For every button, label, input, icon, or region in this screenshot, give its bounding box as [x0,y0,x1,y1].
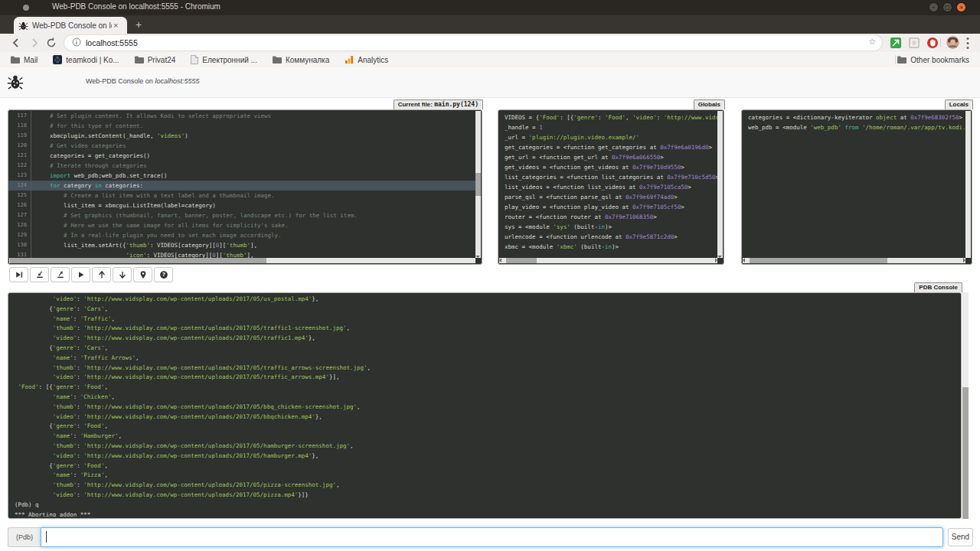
bookmark-star-icon[interactable]: ☆ [868,37,876,47]
console-line: {'genre': 'Cars', [15,305,959,315]
globals-line: get_videos = <function get_videos at 0x7… [505,162,717,172]
bookmark-mail[interactable]: Mail [11,56,38,64]
window-controls: − ▢ × [929,2,966,12]
code-vertical-scrollbar[interactable] [475,111,481,258]
console-line: (Pdb) q [15,500,959,510]
code-line: 122 # Iterate through categories [8,161,475,171]
close-button[interactable]: × [956,2,966,12]
console-line: *** Aborting addon *** [15,510,959,517]
minimize-button[interactable]: − [929,2,939,12]
console-line: 'name': 'Chicken', [15,393,959,403]
console-line: 'video': 'http://www.vidsplay.com/wp-con… [15,334,959,344]
code-line: 130 list_item.setArt({'thumb': VIDEOS[ca… [8,240,475,250]
code-horizontal-scrollbar[interactable] [9,258,475,263]
code-line: 119 xbmcplugin.setContent(_handle, 'vide… [8,131,475,141]
console-scrollbar[interactable] [962,292,969,519]
pdb-console-label: PDB Console [914,282,962,292]
pdb-prompt-bar: (Pdb) [8,527,943,547]
console-line: 'video': 'http://www.vidsplay.com/wp-con… [15,412,959,422]
screenshot-extension-icon[interactable] [908,37,920,49]
locals-view: categories = <dictionary-keyiterator obj… [742,112,965,258]
tab-close-icon[interactable]: × [113,21,118,29]
console-line: 'Food': [{'genre': 'Food', [15,383,959,393]
console-line: 'name': 'Traffic', [15,315,959,324]
globals-line: VIDEOS = {'Food': [{'genre': 'Food', 'vi… [505,112,717,122]
svg-text:?: ? [162,272,165,278]
bookmark-privat24[interactable]: Privat24 [135,56,176,64]
globals-horizontal-scrollbar[interactable] [499,258,717,263]
debug-continue-button[interactable] [71,267,90,282]
maximize-button[interactable]: ▢ [942,2,952,12]
send-button[interactable]: Send [948,528,973,546]
debug-step-into-button[interactable] [30,267,49,282]
globals-line: _handle = 1 [505,122,717,132]
console-line: {'genre': 'Food', [15,461,959,471]
document-icon [191,55,198,64]
code-line: 118 # for this type of content. [8,121,475,131]
debug-step-out-button[interactable] [51,267,70,282]
bookmark-kommunalka[interactable]: Коммуналка [273,56,329,64]
tab-strip: Web-PDB Console on loca × + [0,15,980,34]
debug-next-button[interactable] [9,267,28,282]
console-line: 'name': 'Hamburger', [15,432,959,442]
bookmark-teamkodi[interactable]: teamkodi | Ko... [53,55,119,64]
browser-tab[interactable]: Web-PDB Console on loca × [14,17,127,34]
green-arrow-extension-icon[interactable] [890,37,902,49]
pdb-input-wrap [41,527,943,547]
console-line: 'video': 'http://www.vidsplay.com/wp-con… [15,491,959,500]
new-tab-button[interactable]: + [132,18,145,32]
bookmark-electronic[interactable]: Електронний ... [191,55,257,64]
window-icon [23,5,29,11]
arrow-down-icon [118,270,127,279]
code-line: 129 # In a real-life plugin you need to … [8,230,475,240]
profile-avatar[interactable] [946,36,959,49]
globals-panel: VIDEOS = {'Food': [{'genre': 'Food', 'vi… [498,109,724,265]
reload-button[interactable] [44,36,58,50]
pdb-command-input[interactable] [41,527,943,547]
step-into-icon [35,270,44,279]
page-title: Web-PDB Console on localhost:5555 [86,77,199,85]
back-button[interactable] [9,36,23,50]
url-text: localhost:5555 [86,38,138,47]
code-line: 121 categories = get_categories() [8,151,475,161]
debug-down-button[interactable] [113,267,132,282]
arrow-up-icon [97,270,106,279]
console-line: 'thumb': 'http://www.vidsplay.com/wp-con… [15,442,959,452]
text-caret [46,531,47,543]
locals-line: categories = <dictionary-keyiterator obj… [748,112,965,122]
console-line: 'thumb': 'http://www.vidsplay.com/wp-con… [15,324,959,334]
current-file-label: Current file: main.py(124) [394,99,483,109]
globals-line: _url = 'plugin://plugin.video.example/' [505,132,717,142]
code-line: 125 # Create a list item with a text lab… [8,191,475,201]
debug-up-button[interactable] [92,267,111,282]
page-info-icon[interactable] [72,37,81,47]
console-line: 'name': 'Traffic Arrows', [15,354,959,364]
debugger-toolbar: ? [9,267,173,282]
globals-line: play_video = <function play_video at 0x7… [505,202,717,212]
kodi-favicon [53,55,62,64]
console-line: 'video': 'http://www.vidsplay.com/wp-con… [15,373,959,383]
tab-title: Web-PDB Console on loca [32,21,112,30]
browser-menu-icon[interactable]: ••• [966,36,969,49]
red-hand-extension-icon[interactable] [926,37,939,49]
locals-horizontal-scrollbar[interactable] [743,258,965,263]
bookmark-analytics[interactable]: Analytics [345,55,388,64]
other-bookmarks-button[interactable]: Other bookmarks [897,52,969,67]
folder-icon [273,56,282,64]
debug-where-button[interactable] [133,267,152,282]
globals-line: get_url = <function get_url at 0x7f9e6a0… [505,152,717,162]
console-line: {'genre': 'Food', [15,422,959,432]
locals-vertical-scrollbar[interactable] [965,111,971,258]
code-line: 126 list_item = xbmcgui.ListItem(label=c… [8,201,475,210]
console-output: 'video': 'http://www.vidsplay.com/wp-con… [8,295,959,517]
code-view: 117 # Set plugin content. It allows Kodi… [8,111,475,258]
bookmarks-divider [895,55,896,64]
address-bar[interactable]: localhost:5555 ☆ [64,35,882,51]
pdb-prompt-label: (Pdb) [8,527,41,547]
code-line: 131 'icon': VIDEOS[category][0]['thumb']… [8,250,475,258]
forward-button[interactable] [28,36,41,50]
debug-help-button[interactable]: ? [154,267,173,282]
locals-line: web_pdb = <module 'web_pdb' from '/home/… [748,122,965,132]
globals-vertical-scrollbar[interactable] [717,111,723,258]
current-file-panel: 117 # Set plugin content. It allows Kodi… [8,109,482,265]
